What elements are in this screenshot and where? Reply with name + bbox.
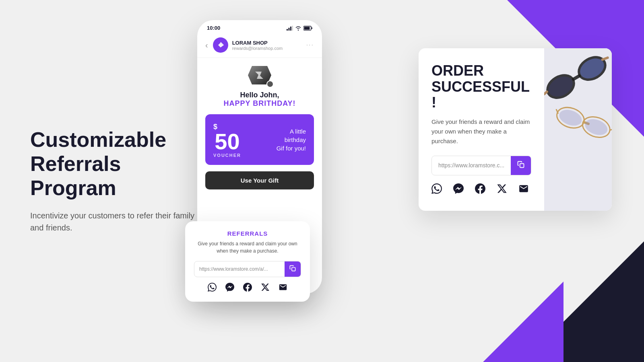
order-title: ORDER SUCCESSFUL ! [431, 63, 531, 111]
order-facebook-icon[interactable] [475, 183, 485, 196]
svg-rect-5 [304, 27, 310, 29]
shop-email: rewards@loramshop.com [232, 46, 306, 51]
svg-rect-9 [520, 164, 524, 168]
email-body: Hello John, HAPPY BRITHDAY! $ 50 VOUCHER… [197, 58, 322, 189]
facebook-icon[interactable] [243, 283, 252, 294]
voucher-label: VOUCHER [213, 153, 241, 158]
greeting-birthday: HAPPY BRITHDAY! [205, 99, 314, 108]
order-card-content: ORDER SUCCESSFUL ! Give your friends a r… [419, 48, 612, 211]
svg-rect-3 [292, 26, 293, 31]
order-card-image [544, 48, 612, 211]
greeting-hello: Hello John, [205, 91, 314, 99]
phone-header-info: LORAM SHOP rewards@loramshop.com [232, 40, 306, 51]
sunglasses-svg [544, 48, 612, 157]
referral-copy-button[interactable] [285, 261, 301, 277]
email-icon[interactable] [279, 283, 287, 294]
referral-link-box: https://www.loramstore.com/a/... [194, 261, 301, 277]
wifi-icon [295, 26, 301, 31]
order-card-left: ORDER SUCCESSFUL ! Give your friends a r… [419, 48, 544, 211]
back-button[interactable]: ‹ [205, 41, 208, 50]
phone-time: 10:00 [207, 25, 220, 31]
svg-rect-8 [292, 267, 295, 271]
email-greeting: Hello John, HAPPY BRITHDAY! [205, 91, 314, 108]
referrals-card: REFERRALS Give your friends a reward and… [185, 221, 310, 302]
status-icons [287, 26, 312, 31]
shop-name: LORAM SHOP [232, 40, 306, 46]
svg-rect-0 [287, 29, 288, 31]
social-icons [194, 283, 301, 294]
svg-point-18 [557, 107, 584, 129]
more-options[interactable]: ··· [306, 41, 314, 49]
svg-point-21 [583, 116, 610, 138]
referrals-title: REFERRALS [194, 230, 301, 237]
referral-link-text: https://www.loramstore.com/a/... [194, 263, 285, 276]
phone-status-bar: 10:00 [197, 20, 322, 34]
voucher-card: $ 50 VOUCHER A little birthday Gif for y… [205, 114, 314, 165]
order-whatsapp-icon[interactable] [431, 183, 442, 196]
voucher-description: A little birthday Gif for you! [248, 127, 306, 152]
bg-triangle-bottom-right-purple [483, 282, 564, 362]
order-messenger-icon[interactable] [453, 183, 464, 196]
messenger-icon[interactable] [225, 283, 234, 294]
referrals-description: Give your friends a reward and claim you… [194, 240, 301, 255]
main-description: Incentivize your customers to refer thei… [30, 210, 203, 234]
order-description: Give your friends a reward and claim you… [431, 117, 531, 146]
voucher-number: 50 [215, 130, 239, 153]
order-link-box: https://www.loramstore.c... [431, 156, 531, 175]
signal-icon [287, 26, 293, 31]
left-section: Customizable Referrals Program Incentivi… [30, 128, 203, 234]
whatsapp-icon[interactable] [208, 283, 217, 294]
svg-rect-2 [290, 27, 291, 31]
twitter-icon[interactable] [261, 283, 270, 294]
order-copy-button[interactable] [511, 156, 531, 175]
phone-header: ‹ LORAM SHOP rewards@loramshop.com ··· [197, 34, 322, 58]
order-card: ORDER SUCCESSFUL ! Give your friends a r… [419, 48, 612, 211]
order-email-icon[interactable] [518, 183, 529, 196]
voucher-amount: $ 50 VOUCHER [213, 121, 241, 158]
order-twitter-icon[interactable] [497, 183, 507, 196]
svg-rect-6 [312, 27, 312, 29]
phone-container: 10:00 [197, 20, 322, 294]
battery-icon [303, 26, 312, 31]
brand-logo [205, 66, 314, 86]
order-link-text: https://www.loramstore.c... [432, 157, 511, 173]
brand-logo-badge [266, 80, 274, 88]
main-title: Customizable Referrals Program [30, 128, 203, 200]
use-gift-button[interactable]: Use Your Gift [205, 171, 314, 189]
shop-avatar [213, 37, 228, 53]
svg-rect-1 [289, 28, 290, 31]
order-social-icons [431, 183, 531, 196]
